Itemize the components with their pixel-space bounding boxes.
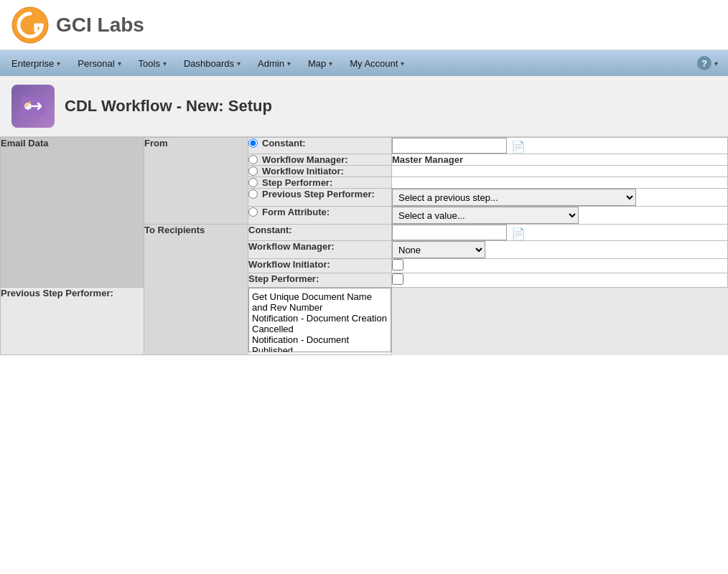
- prev-step-radio-cell: Previous Step Performer:: [248, 189, 392, 207]
- wf-manager-value: Master Manager: [392, 154, 463, 165]
- chevron-down-icon: ▾: [401, 60, 404, 67]
- to-wf-initiator-label-cell: Workflow Initiator:: [248, 259, 392, 273]
- to-constant-input[interactable]: [392, 225, 507, 240]
- to-wf-manager-label-cell: Workflow Manager:: [248, 241, 392, 259]
- to-constant-label-cell: Constant:: [248, 225, 392, 241]
- constant-browse-button[interactable]: 📄: [510, 140, 527, 154]
- prev-step-select[interactable]: Select a previous step... Get Unique Doc…: [392, 189, 636, 206]
- to-constant-value-cell: 📄: [392, 225, 728, 241]
- header: GCI Labs: [0, 0, 728, 50]
- help-icon: ?: [697, 56, 711, 70]
- constant-label: Constant:: [262, 138, 306, 149]
- main-content: Email Data From Constant: 📄: [0, 137, 728, 355]
- form-attr-value-cell: Select a value...: [392, 207, 728, 225]
- step-performer-label: Step Performer:: [262, 177, 332, 188]
- wf-manager-value-cell: Master Manager: [392, 154, 728, 166]
- chevron-down-icon: ▾: [57, 60, 60, 67]
- to-wf-manager-label: Workflow Manager:: [248, 241, 335, 252]
- step-performer-radio-cell: Step Performer:: [248, 177, 392, 189]
- nav-map[interactable]: Map ▾: [299, 50, 341, 76]
- to-wf-manager-select[interactable]: None: [392, 241, 485, 258]
- nav-dashboards[interactable]: Dashboards ▾: [175, 50, 249, 76]
- to-prev-step-value-cell: Get Unique Document Name and Rev Number …: [248, 288, 392, 355]
- to-prev-step-textarea[interactable]: Get Unique Document Name and Rev Number …: [248, 288, 391, 352]
- page-title: CDL Workflow - New: Setup: [65, 97, 272, 116]
- to-prev-step-label-cell: Previous Step Performer:: [1, 288, 144, 355]
- main-nav: Enterprise ▾ Personal ▾ Tools ▾ Dashboar…: [0, 50, 728, 76]
- to-step-performer-value-cell: [392, 273, 728, 288]
- to-constant-browse-button[interactable]: 📄: [510, 227, 527, 240]
- workflow-icon: [11, 85, 55, 128]
- form-attr-select[interactable]: Select a value...: [392, 207, 579, 224]
- chevron-down-icon: ▾: [329, 60, 332, 67]
- email-data-table: Email Data From Constant: 📄: [0, 137, 728, 355]
- table-row: Email Data From Constant: 📄: [1, 138, 728, 154]
- wf-manager-radio-cell: Workflow Manager:: [248, 154, 392, 166]
- constant-value-cell: 📄: [392, 138, 728, 154]
- to-wf-initiator-checkbox[interactable]: [392, 259, 403, 270]
- to-recipients-label: To Recipients: [144, 225, 248, 355]
- constant-input[interactable]: [392, 138, 507, 154]
- to-step-performer-label: Step Performer:: [248, 273, 319, 284]
- constant-radio[interactable]: [248, 138, 258, 148]
- wf-manager-label: Workflow Manager:: [262, 154, 348, 165]
- table-row: Previous Step Performer: Get Unique Docu…: [1, 288, 728, 355]
- page-title-bar: CDL Workflow - New: Setup: [0, 76, 728, 137]
- wf-manager-radio[interactable]: [248, 155, 258, 164]
- prev-step-value-cell: Select a previous step... Get Unique Doc…: [392, 189, 728, 207]
- chevron-down-icon: ▾: [163, 60, 167, 67]
- to-step-performer-label-cell: Step Performer:: [248, 273, 392, 288]
- chevron-down-icon: ▾: [714, 60, 718, 67]
- nav-my-account[interactable]: My Account ▾: [341, 50, 413, 76]
- nav-personal[interactable]: Personal ▾: [69, 50, 129, 76]
- to-step-performer-checkbox[interactable]: [392, 273, 403, 285]
- to-wf-initiator-label: Workflow Initiator:: [248, 259, 330, 270]
- wf-initiator-label: Workflow Initiator:: [262, 166, 344, 177]
- prev-step-label: Previous Step Performer:: [262, 189, 375, 199]
- step-performer-radio[interactable]: [248, 178, 258, 187]
- from-label: From: [144, 138, 248, 225]
- to-constant-label: Constant:: [248, 225, 292, 235]
- prev-step-radio[interactable]: [248, 189, 258, 199]
- wf-initiator-value-cell: [392, 166, 728, 177]
- nav-admin[interactable]: Admin ▾: [249, 50, 299, 76]
- constant-radio-cell: Constant:: [248, 138, 392, 154]
- email-data-label: Email Data: [1, 138, 144, 288]
- to-wf-initiator-value-cell: [392, 259, 728, 273]
- wf-initiator-radio-cell: Workflow Initiator:: [248, 166, 392, 177]
- chevron-down-icon: ▾: [118, 60, 121, 67]
- form-attr-label: Form Attribute:: [262, 207, 330, 217]
- nav-enterprise[interactable]: Enterprise ▾: [3, 50, 69, 76]
- nav-tools[interactable]: Tools ▾: [130, 50, 175, 76]
- form-attr-radio-cell: Form Attribute:: [248, 207, 392, 225]
- logo-icon: [11, 6, 49, 44]
- chevron-down-icon: ▾: [287, 60, 291, 67]
- logo-text: GCI Labs: [56, 14, 144, 37]
- to-wf-manager-value-cell: None: [392, 241, 728, 259]
- form-attr-radio[interactable]: [248, 207, 258, 217]
- wf-initiator-radio[interactable]: [248, 166, 258, 176]
- nav-help[interactable]: ? ▾: [690, 56, 725, 70]
- chevron-down-icon: ▾: [237, 60, 241, 67]
- step-performer-value-cell: [392, 177, 728, 189]
- to-prev-step-label: Previous Step Performer:: [1, 288, 113, 298]
